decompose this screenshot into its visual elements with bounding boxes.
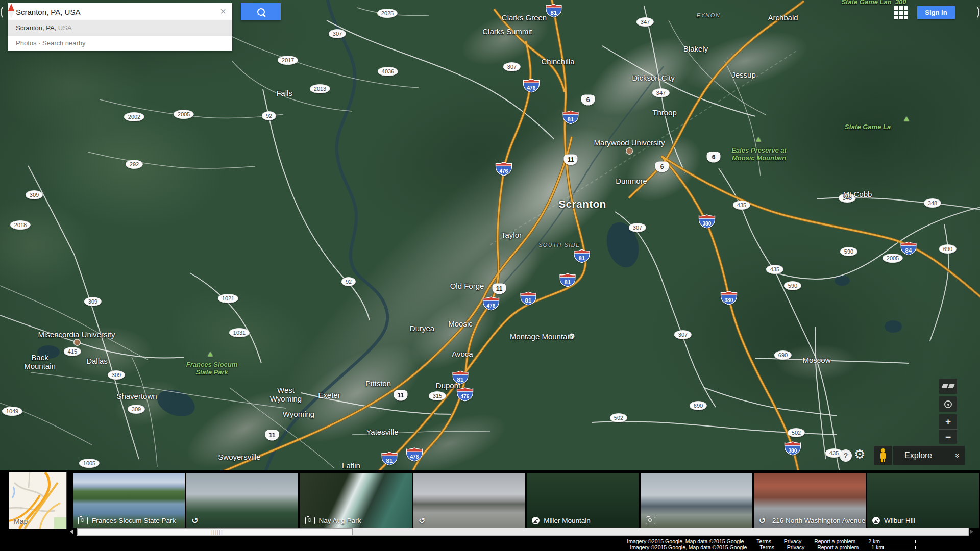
svg-text:81: 81 xyxy=(565,279,571,285)
photo-thumbnail-miller-mountain[interactable]: Miller Mountain xyxy=(527,473,639,528)
rotate-right-icon xyxy=(969,5,979,19)
map-label-throop[interactable]: Throop xyxy=(652,108,677,117)
carousel-scrollbar-thumb[interactable]: |||||| xyxy=(77,528,353,535)
map-label-chinchilla[interactable]: Chinchilla xyxy=(541,57,574,66)
map-label-frances-slocum-state-park[interactable]: Frances Slocum State Park xyxy=(186,361,237,376)
carousel-scrollbar-track[interactable]: |||||| xyxy=(77,528,969,536)
map-label-mt-cobb[interactable]: Mt Cobb xyxy=(843,190,872,198)
map-label-marywood-university[interactable]: Marywood University xyxy=(594,138,665,147)
map-label-clarks-summit[interactable]: Clarks Summit xyxy=(482,27,532,36)
map-label-swoyersville[interactable]: Swoyersville xyxy=(218,453,260,461)
photo-thumbnail-3[interactable]: ↺ xyxy=(413,473,525,528)
pano-globe-icon xyxy=(872,517,880,524)
map-label-west-wyoming[interactable]: West Wyoming xyxy=(270,386,302,403)
sign-in-button[interactable]: Sign in xyxy=(917,6,955,19)
park-tree-icon xyxy=(904,117,909,121)
map-label-misericordia-university[interactable]: Misericordia University xyxy=(38,330,115,339)
map-label-state-game-la[interactable]: State Game La xyxy=(845,123,891,131)
search-input[interactable] xyxy=(8,3,220,20)
svg-text:81: 81 xyxy=(551,9,557,16)
privacy-link[interactable]: Privacy xyxy=(784,538,801,544)
map-label-dupont[interactable]: Dupont xyxy=(436,381,460,390)
report-problem-link[interactable]: Report a problem xyxy=(817,544,859,550)
us-route-6-shield-icon: 6 xyxy=(707,152,721,163)
map-toggle-label: Map xyxy=(14,517,28,525)
search-button[interactable] xyxy=(241,3,281,20)
gear-icon[interactable]: ⚙ xyxy=(854,447,865,462)
map-label-old-forge[interactable]: Old Forge xyxy=(450,282,484,290)
map-label-exeter[interactable]: Exeter xyxy=(318,391,340,399)
photo-thumbnail-wilbur-hill[interactable]: Wilbur Hill xyxy=(867,473,979,528)
photo-thumbnail-1[interactable]: ↺ xyxy=(186,473,298,528)
map-label-wyoming[interactable]: Wyoming xyxy=(283,410,314,418)
photo-label: Wilbur Hill xyxy=(884,517,915,524)
map-label-south-side[interactable]: SOUTH SIDE xyxy=(538,242,580,248)
search-icon xyxy=(257,8,265,16)
map-label-back-mountain[interactable]: Back Mountain xyxy=(24,353,56,370)
svg-text:476: 476 xyxy=(460,394,469,399)
photo-thumbnail-frances-slocum-state-park[interactable]: Frances Slocum State Park xyxy=(73,473,185,528)
photosphere-icon: ↺ xyxy=(419,517,428,524)
map-label-blakely[interactable]: Blakely xyxy=(683,44,708,53)
camera-icon xyxy=(646,517,655,524)
pegman-control[interactable] xyxy=(874,446,892,465)
map-label-taylor[interactable]: Taylor xyxy=(501,231,522,239)
apps-grid-icon[interactable] xyxy=(894,6,908,19)
photo-thumbnail-5[interactable] xyxy=(641,473,752,528)
suggestion-scranton[interactable]: Scranton, PA, USA xyxy=(8,20,232,35)
terms-link[interactable]: Terms xyxy=(756,538,771,544)
my-location-button[interactable] xyxy=(939,396,957,412)
report-problem-link[interactable]: Report a problem xyxy=(814,538,855,544)
interstate-81-shield-icon: 81 xyxy=(574,249,590,263)
privacy-link[interactable]: Privacy xyxy=(787,544,804,550)
map-label-jessup[interactable]: Jessup xyxy=(731,70,756,79)
photo-thumbnail-216-north-washington-avenue-s[interactable]: ↺216 North Washington Avenue, S... xyxy=(754,473,866,528)
suggestion-photos-search-nearby[interactable]: Photos · Search nearby xyxy=(8,35,232,51)
map-label-dallas[interactable]: Dallas xyxy=(86,357,108,365)
us-route-6-shield-icon: 6 xyxy=(655,162,669,172)
map-label-falls[interactable]: Falls xyxy=(276,89,292,97)
terms-link[interactable]: Terms xyxy=(760,544,774,550)
route-347-shield-icon: 347 xyxy=(652,88,670,97)
carousel-left-arrow[interactable] xyxy=(70,529,74,534)
search-box: × xyxy=(8,3,232,20)
map-label-eynon[interactable]: EYNON xyxy=(697,12,721,18)
map-label-laflin[interactable]: Laflin xyxy=(342,461,360,470)
us-route-6-shield-icon: 6 xyxy=(581,95,595,106)
help-button[interactable]: ? xyxy=(840,449,852,462)
map-label-avoca[interactable]: Avoca xyxy=(452,349,473,358)
map-label-eales-preserve-at-moosic-mountain[interactable]: Eales Preserve at Moosic Mountain xyxy=(731,146,787,162)
carousel-right-arrow[interactable] xyxy=(970,530,973,534)
search-suggestions: Scranton, PA, USA Photos · Search nearby xyxy=(8,20,232,51)
map-label-yatesville[interactable]: Yatesville xyxy=(366,428,398,436)
photo-thumbnail-nay-aug-park[interactable]: Nay Aug Park xyxy=(300,473,412,528)
park-tree-icon xyxy=(208,352,213,357)
photo-label: Miller Mountain xyxy=(544,517,591,524)
map-label-dickson-city[interactable]: Dickson City xyxy=(632,73,674,82)
map-label-shavertown[interactable]: Shavertown xyxy=(116,392,157,400)
attribution-row: Imagery ©2015 Google, Map data ©2015 Goo… xyxy=(627,538,916,544)
map-label-montage-mountain[interactable]: Montage Mountain xyxy=(510,332,573,341)
map-label-duryea[interactable]: Duryea xyxy=(410,324,434,333)
map-label-state-game-lan-300[interactable]: State Game Lan 300 xyxy=(841,0,906,6)
close-icon[interactable]: × xyxy=(220,6,226,17)
map-label-pittston[interactable]: Pittston xyxy=(365,379,391,388)
map-label-clarks-green[interactable]: Clarks Green xyxy=(502,13,547,22)
map-label-dunmore[interactable]: Dunmore xyxy=(616,177,647,185)
map-label-archbald[interactable]: Archbald xyxy=(768,13,798,22)
map-mode-toggle[interactable]: Map xyxy=(9,472,66,529)
map-label-scranton[interactable]: Scranton xyxy=(558,198,606,210)
zoom-in-button[interactable]: + xyxy=(939,414,957,430)
tilt-view-button[interactable] xyxy=(939,379,957,394)
interstate-380-shield-icon: 380 xyxy=(783,442,802,456)
map-label-moosic[interactable]: Moosic xyxy=(448,319,473,328)
zoom-out-button[interactable]: − xyxy=(939,430,957,444)
scale-bar xyxy=(883,546,916,549)
explore-bar[interactable]: Explore » xyxy=(893,446,965,465)
interstate-476-shield-icon: 476 xyxy=(456,388,474,402)
map-label-moscow[interactable]: Moscow xyxy=(802,356,830,364)
map-canvas[interactable]: 81 81 81 81 81 81 81 476 476 xyxy=(0,0,980,551)
interstate-81-shield-icon: 81 xyxy=(560,273,576,287)
route-307-shield-icon: 307 xyxy=(674,330,692,339)
pano-globe-icon xyxy=(532,517,540,524)
